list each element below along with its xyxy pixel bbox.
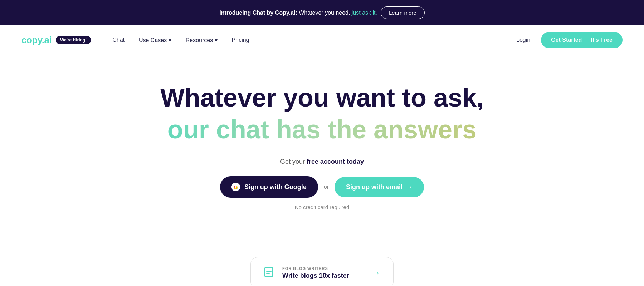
nav-right: Login Get Started — It's Free xyxy=(516,32,623,48)
nav-use-cases[interactable]: Use Cases ▾ xyxy=(139,37,171,44)
arrow-icon: → xyxy=(406,183,413,191)
google-icon: G xyxy=(231,183,240,191)
banner-text: Introducing Chat by Copy.ai: Whatever yo… xyxy=(219,10,377,16)
learn-more-button[interactable]: Learn more xyxy=(381,6,425,19)
top-banner: Introducing Chat by Copy.ai: Whatever yo… xyxy=(0,0,644,25)
login-link[interactable]: Login xyxy=(516,37,530,43)
hero-title-line1: Whatever you want to ask, xyxy=(114,84,530,112)
hero-section: Whatever you want to ask, our chat has t… xyxy=(107,55,537,232)
hero-subtext: Get your free account today xyxy=(114,158,530,166)
hero-title-line2: our chat has the answers xyxy=(114,115,530,144)
blog-icon xyxy=(264,266,275,280)
card-arrow-icon: → xyxy=(372,268,380,278)
card-content: FOR BLOG WRITERS Write blogs 10x faster xyxy=(282,266,365,280)
logo-area: copy.ai We're Hiring! xyxy=(21,35,91,46)
bottom-preview: FOR BLOG WRITERS Write blogs 10x faster … xyxy=(0,246,644,286)
get-started-button[interactable]: Get Started — It's Free xyxy=(541,32,623,48)
card-label: FOR BLOG WRITERS xyxy=(282,266,365,271)
navbar: copy.ai We're Hiring! Chat Use Cases ▾ R… xyxy=(0,25,644,55)
signup-google-button[interactable]: G Sign up with Google xyxy=(220,176,318,198)
nav-chat[interactable]: Chat xyxy=(112,37,125,43)
logo[interactable]: copy.ai xyxy=(21,35,52,46)
card-title: Write blogs 10x faster xyxy=(282,272,365,280)
cta-row: G Sign up with Google or Sign up with em… xyxy=(114,176,530,198)
hiring-badge: We're Hiring! xyxy=(56,36,91,44)
no-credit-card-text: No credit card required xyxy=(114,204,530,210)
nav-resources[interactable]: Resources ▾ xyxy=(186,37,218,44)
or-separator: or xyxy=(324,184,329,190)
nav-links: Chat Use Cases ▾ Resources ▾ Pricing xyxy=(112,37,516,44)
signup-email-button[interactable]: Sign up with email → xyxy=(335,177,424,197)
nav-pricing[interactable]: Pricing xyxy=(232,37,249,43)
preview-card[interactable]: FOR BLOG WRITERS Write blogs 10x faster … xyxy=(250,257,394,286)
